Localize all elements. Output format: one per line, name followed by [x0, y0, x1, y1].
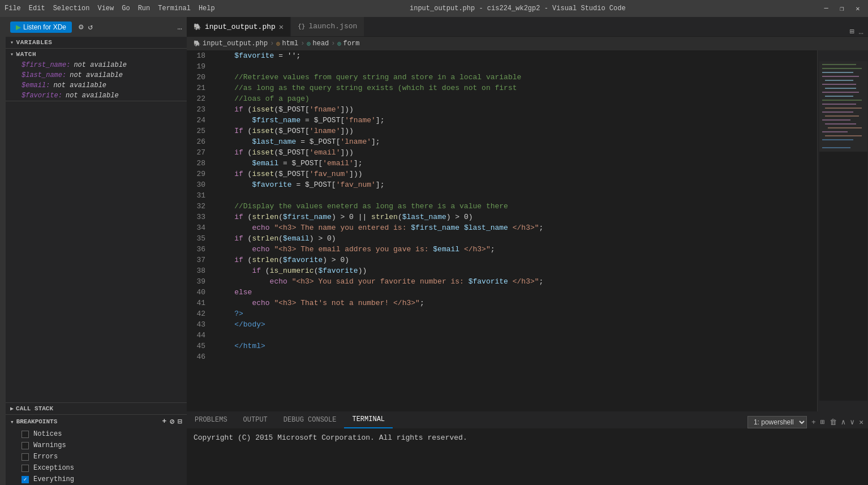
menu-terminal[interactable]: Terminal — [158, 5, 191, 12]
watch-item-3: $email: not available — [6, 80, 187, 91]
line-content: if (is_numeric($favorite)) — [212, 265, 367, 276]
line-number: 19 — [187, 61, 212, 72]
code-line: 43 </body> — [187, 319, 817, 330]
refresh-icon[interactable]: ↺ — [88, 22, 92, 32]
everything-checkbox[interactable] — [22, 476, 29, 483]
line-content: </body> — [212, 319, 265, 330]
notices-checkbox[interactable] — [22, 431, 29, 438]
everything-label: Everything — [33, 475, 74, 483]
breadcrumb-head-icon: ◎ — [307, 40, 310, 47]
tab-bar: 🐘 input_output.php ✕ {} launch.json ⊞ … — [187, 17, 868, 37]
breakpoints-chevron: ▾ — [10, 418, 14, 426]
breakpoint-errors[interactable]: Errors — [6, 451, 187, 462]
add-breakpoint-icon[interactable]: + — [162, 417, 167, 426]
code-line: 22 //loas of a page) — [187, 93, 817, 104]
watch-var-3: $email: — [22, 81, 50, 89]
line-content: echo "<h3> You said your favorite number… — [212, 276, 543, 287]
code-line: 44 — [187, 330, 817, 341]
menu-edit[interactable]: Edit — [29, 5, 45, 12]
menu-go[interactable]: Go — [122, 5, 130, 12]
tab-label-1: input_output.php — [205, 23, 276, 31]
tab-input-output-php[interactable]: 🐘 input_output.php ✕ — [187, 17, 291, 36]
code-line: 24 $first_name = $_POST['fname']; — [187, 115, 817, 126]
breakpoints-section: ▾ BREAKPOINTS + ⊘ ⊟ Notices Warnings Err… — [6, 415, 187, 485]
json-icon-tab: {} — [298, 23, 305, 30]
line-number: 25 — [187, 126, 212, 136]
watch-value-4: not available — [66, 92, 119, 100]
line-content: echo "<h3> The name you entered is: $fir… — [212, 222, 543, 233]
exceptions-label: Exceptions — [33, 464, 74, 472]
menu-run[interactable]: Run — [138, 5, 151, 12]
split-editor-icon[interactable]: ⊞ — [849, 27, 854, 36]
breadcrumb-html[interactable]: ◎ html — [276, 40, 298, 48]
breakpoints-header[interactable]: ▾ BREAKPOINTS + ⊘ ⊟ — [6, 415, 187, 428]
more-tabs-icon[interactable]: … — [859, 27, 863, 36]
line-number: 30 — [187, 179, 212, 190]
warnings-checkbox[interactable] — [22, 442, 29, 449]
tab-terminal[interactable]: TERMINAL — [344, 411, 393, 428]
exceptions-checkbox[interactable] — [22, 465, 29, 472]
line-content: if (isset($_POST['fav_num'])) — [212, 169, 362, 179]
disable-breakpoints-icon[interactable]: ⊘ — [170, 417, 174, 426]
move-up-icon[interactable]: ∧ — [841, 418, 846, 427]
sidebar-spacer — [6, 101, 187, 402]
tab-problems[interactable]: PROBLEMS — [187, 411, 235, 428]
window-controls: — ❐ ✕ — [820, 5, 863, 13]
maximize-button[interactable]: ❐ — [836, 5, 848, 13]
main-area: ▶ Listen for XDe ⚙ ↺ … ▾ VARIABLES ▾ WAT… — [0, 17, 868, 485]
watch-var-4: $favorite: — [22, 92, 62, 100]
watch-header[interactable]: ▾ WATCH — [6, 49, 187, 60]
code-line: 30 $favorite = $_POST['fav_num']; — [187, 179, 817, 190]
minimap-svg — [819, 50, 867, 411]
breakpoint-exceptions[interactable]: Exceptions — [6, 462, 187, 474]
menu-help[interactable]: Help — [199, 5, 215, 12]
watch-value-2: not available — [70, 71, 123, 79]
line-number: 36 — [187, 244, 212, 255]
close-button[interactable]: ✕ — [852, 5, 863, 13]
code-line: 29 if (isset($_POST['fav_num'])) — [187, 169, 817, 179]
line-content — [212, 190, 217, 201]
line-content — [212, 330, 217, 341]
more-icon[interactable]: … — [178, 23, 182, 32]
minimize-button[interactable]: — — [820, 5, 832, 13]
bottom-panel: PROBLEMS OUTPUT DEBUG CONSOLE TERMINAL 1… — [187, 411, 868, 485]
watch-item-4: $favorite: not available — [6, 91, 187, 101]
breadcrumb-sep-2: › — [300, 40, 304, 48]
code-line: 25 If (isset($_POST['lname'])) — [187, 126, 817, 136]
breadcrumb-html-icon: ◎ — [276, 40, 280, 47]
tab-launch-json[interactable]: {} launch.json — [291, 17, 364, 36]
new-terminal-icon[interactable]: + — [811, 418, 816, 427]
debug-listen-button[interactable]: ▶ Listen for XDe — [10, 22, 72, 33]
line-number: 46 — [187, 351, 212, 362]
breadcrumb-head[interactable]: ◎ head — [307, 40, 329, 48]
breakpoint-notices[interactable]: Notices — [6, 428, 187, 440]
variables-header[interactable]: ▾ VARIABLES — [6, 37, 187, 48]
line-number: 44 — [187, 330, 212, 341]
tab-debug-console[interactable]: DEBUG CONSOLE — [276, 411, 345, 428]
breadcrumb-file[interactable]: 🐘 input_output.php — [194, 40, 268, 48]
menu-file[interactable]: File — [5, 5, 21, 12]
settings-icon[interactable]: ⚙ — [79, 22, 83, 32]
line-number: 33 — [187, 212, 212, 222]
watch-chevron: ▾ — [10, 51, 14, 58]
menu-view[interactable]: View — [97, 5, 114, 12]
line-content: //Display the values eneterd as long as … — [212, 201, 508, 212]
code-line: 45 </html> — [187, 341, 817, 351]
errors-checkbox[interactable] — [22, 453, 29, 461]
terminal-selector[interactable]: 1: powershell — [747, 416, 807, 428]
menu-selection[interactable]: Selection — [53, 5, 90, 12]
breakpoint-everything[interactable]: Everything — [6, 474, 187, 485]
close-panel-icon[interactable]: ✕ — [859, 418, 863, 427]
breadcrumb-form[interactable]: ◎ form — [338, 40, 360, 48]
code-line: 34 echo "<h3> The name you entered is: $… — [187, 222, 817, 233]
tab-close-1[interactable]: ✕ — [279, 22, 283, 32]
code-editor[interactable]: 18 $favorite = '';1920 //Retrieve values… — [187, 50, 817, 411]
tab-output[interactable]: OUTPUT — [235, 411, 276, 428]
line-content: if (isset($_POST['fname'])) — [212, 104, 354, 115]
callstack-header[interactable]: ▶ CALL STACK — [6, 403, 187, 414]
split-terminal-icon[interactable]: ⊞ — [820, 418, 825, 427]
clear-breakpoints-icon[interactable]: ⊟ — [178, 417, 182, 426]
delete-terminal-icon[interactable]: 🗑 — [830, 418, 837, 427]
breakpoint-warnings[interactable]: Warnings — [6, 440, 187, 451]
move-down-icon[interactable]: ∨ — [850, 418, 854, 427]
